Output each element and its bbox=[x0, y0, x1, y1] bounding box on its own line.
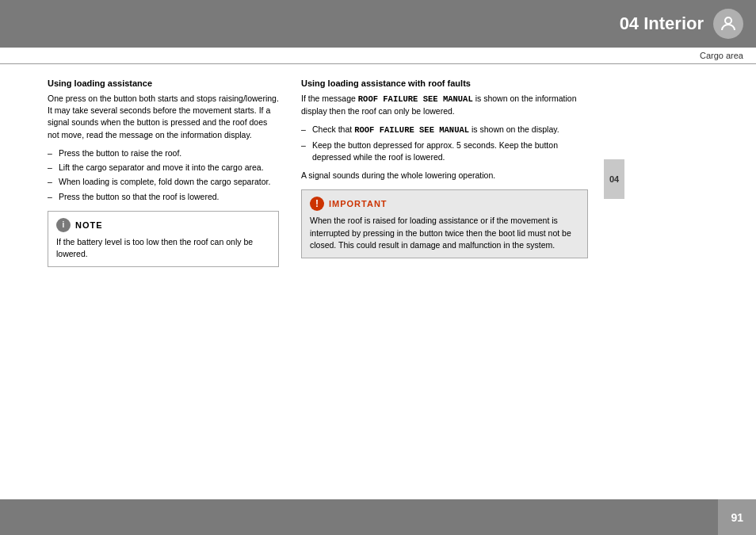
important-icon: ! bbox=[310, 197, 324, 211]
left-intro-text: One press on the button both starts and … bbox=[48, 93, 279, 141]
interior-icon bbox=[713, 9, 743, 39]
chapter-tab: 04 bbox=[604, 159, 624, 199]
note-label: NOTE bbox=[75, 220, 103, 230]
important-header: ! IMPORTANT bbox=[310, 197, 579, 211]
right-bullet-list: Check that ROOF FAILURE SEE MANUAL is sh… bbox=[301, 124, 588, 163]
section-label: Cargo area bbox=[0, 48, 756, 64]
important-text: When the roof is raised for loading assi… bbox=[310, 215, 579, 251]
chapter-title: 04 Interior bbox=[620, 13, 704, 34]
right-outro-text: A signal sounds during the whole lowerin… bbox=[301, 170, 588, 182]
right-section-title: Using loading assistance with roof fault… bbox=[301, 78, 588, 88]
note-icon: i bbox=[56, 218, 71, 232]
left-bullet-list: Press the button to raise the roof. Lift… bbox=[48, 147, 279, 203]
svg-point-0 bbox=[725, 17, 731, 24]
note-header: i NOTE bbox=[56, 218, 270, 232]
note-box: i NOTE If the battery level is too low t… bbox=[48, 211, 279, 267]
list-item: Lift the cargo separator and move it int… bbox=[48, 162, 279, 174]
page-header: 04 Interior bbox=[0, 0, 756, 48]
page-number: 91 bbox=[718, 499, 756, 535]
important-box: ! IMPORTANT When the roof is raised for … bbox=[301, 189, 588, 258]
right-column: Using loading assistance with roof fault… bbox=[293, 64, 602, 281]
left-section-title: Using loading assistance bbox=[48, 78, 279, 88]
list-item: Press the button to raise the roof. bbox=[48, 147, 279, 159]
side-tab: 04 bbox=[602, 64, 626, 281]
main-content: Using loading assistance One press on th… bbox=[0, 64, 756, 281]
right-intro-text: If the message ROOF FAILURE SEE MANUAL i… bbox=[301, 93, 588, 117]
list-item: When loading is complete, fold down the … bbox=[48, 176, 279, 188]
list-item: Keep the button depressed for approx. 5 … bbox=[301, 139, 588, 163]
important-label: IMPORTANT bbox=[329, 199, 388, 208]
note-text: If the battery level is too low then the… bbox=[56, 236, 270, 260]
list-item: Check that ROOF FAILURE SEE MANUAL is sh… bbox=[301, 124, 588, 136]
left-column: Using loading assistance One press on th… bbox=[0, 64, 293, 281]
list-item: Press the button so that the roof is low… bbox=[48, 191, 279, 203]
page-footer: 91 bbox=[0, 499, 756, 535]
